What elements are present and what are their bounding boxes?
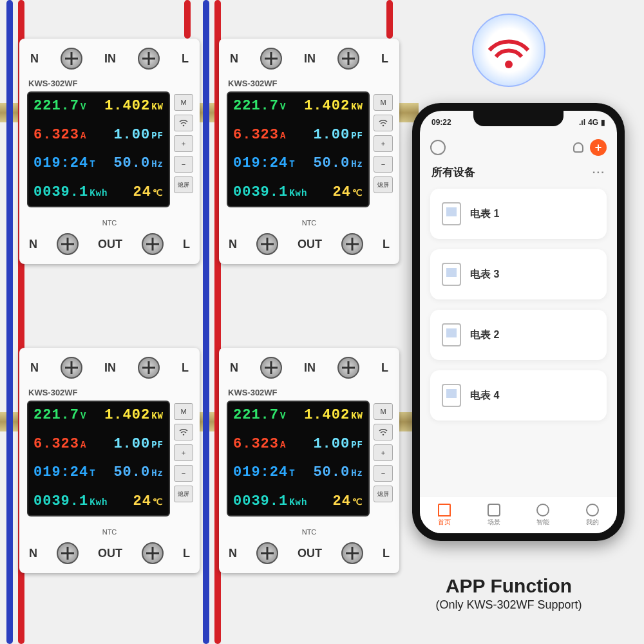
terminal-l: L	[383, 547, 390, 560]
screw-icon	[138, 357, 160, 379]
device-list: 电表 1 电表 3 电表 2 电表 4	[420, 184, 617, 472]
tab-smart[interactable]: 智能	[536, 504, 549, 527]
terminal-l: L	[182, 361, 189, 375]
screw-icon	[337, 48, 359, 70]
terminal-n: N	[230, 52, 238, 66]
tab-bar: 首页 场景 智能 我的	[420, 496, 617, 533]
ntc-label: NTC	[302, 219, 317, 227]
screw-icon	[142, 233, 164, 255]
minus-button[interactable]: −	[174, 465, 193, 482]
device-card[interactable]: 电表 2	[430, 310, 607, 360]
terminal-n: N	[30, 52, 39, 66]
terminal-n: N	[29, 547, 37, 560]
plus-button[interactable]: +	[174, 135, 193, 152]
terminal-l: L	[383, 238, 390, 251]
profile-icon[interactable]	[430, 140, 446, 155]
mode-button[interactable]: M	[174, 403, 193, 420]
mode-button[interactable]: M	[374, 403, 393, 420]
screw-icon	[57, 542, 79, 564]
model-label: KWS-302WF	[28, 79, 78, 88]
screen-off-button[interactable]: 熄屏	[174, 486, 193, 502]
meter-icon	[442, 384, 461, 407]
phone-notch	[473, 111, 564, 126]
screw-icon	[138, 48, 160, 70]
ntc-label: NTC	[102, 219, 117, 227]
screen-off-button[interactable]: 熄屏	[374, 486, 393, 502]
mic-icon[interactable]	[573, 142, 583, 153]
wifi-button[interactable]	[374, 424, 393, 440]
terminal-out: OUT	[298, 238, 322, 251]
lcd-display: 221.7V1.402KW 6.323A1.00PF 019:24T50.0Hz…	[227, 91, 370, 207]
battery-icon: ▮	[601, 118, 605, 127]
svg-point-0	[183, 125, 185, 127]
caption-sub: (Only KWS-302WF Support)	[399, 598, 618, 612]
minus-button[interactable]: −	[374, 465, 393, 482]
mode-button[interactable]: M	[374, 94, 393, 111]
svg-point-1	[383, 125, 384, 127]
screw-icon	[256, 233, 278, 255]
lcd-display: 221.7V1.402KW 6.323A1.00PF 019:24T50.0Hz…	[27, 91, 170, 207]
terminal-n: N	[29, 238, 37, 251]
screen-off-button[interactable]: 熄屏	[174, 176, 193, 193]
carrier-label: 4G	[588, 118, 598, 127]
terminal-l: L	[381, 52, 388, 66]
device-card[interactable]: 电表 3	[430, 249, 607, 299]
screw-icon	[260, 48, 282, 70]
tab-scene[interactable]: 场景	[488, 504, 500, 527]
more-icon[interactable]: ···	[592, 166, 605, 179]
lcd-display: 221.7V1.402KW 6.323A1.00PF 019:24T50.0Hz…	[27, 401, 170, 516]
plus-button[interactable]: +	[374, 135, 393, 152]
meter-device-1: N IN L KWS-302WF 221.7V1.402KW 6.323A1.0…	[19, 39, 200, 264]
meter-icon	[442, 263, 461, 286]
minus-button[interactable]: −	[374, 156, 393, 173]
plus-button[interactable]: +	[174, 444, 193, 461]
screw-icon	[341, 233, 363, 255]
tab-mine[interactable]: 我的	[586, 504, 599, 527]
terminal-n: N	[229, 238, 237, 251]
screw-icon	[142, 542, 164, 564]
terminal-n: N	[229, 547, 237, 560]
add-button[interactable]: +	[590, 139, 607, 156]
ntc-label: NTC	[102, 528, 117, 536]
model-label: KWS-302WF	[228, 388, 278, 397]
minus-button[interactable]: −	[174, 156, 193, 173]
screw-icon	[61, 48, 82, 70]
ntc-label: NTC	[302, 528, 317, 536]
model-label: KWS-302WF	[28, 388, 78, 397]
device-card[interactable]: 电表 4	[430, 370, 607, 421]
caption: APP Function (Only KWS-302WF Support)	[399, 575, 618, 612]
plus-button[interactable]: +	[374, 444, 393, 461]
wifi-button[interactable]	[374, 115, 393, 131]
device-name: 电表 2	[470, 328, 499, 342]
meter-icon	[442, 323, 461, 346]
screw-icon	[61, 357, 82, 379]
screen-off-button[interactable]: 熄屏	[374, 176, 393, 193]
mode-button[interactable]: M	[174, 94, 193, 111]
model-label: KWS-302WF	[228, 79, 278, 88]
wifi-badge-icon	[470, 12, 547, 89]
lcd-display: 221.7V1.402KW 6.323A1.00PF 019:24T50.0Hz…	[227, 401, 370, 516]
svg-point-5	[505, 61, 513, 68]
meter-device-3: N IN L KWS-302WF 221.7V1.402KW 6.323A1.0…	[19, 348, 200, 573]
device-name: 电表 1	[470, 207, 499, 221]
terminal-out: OUT	[298, 547, 322, 560]
terminal-l: L	[183, 238, 190, 251]
svg-point-3	[383, 434, 384, 436]
status-time: 09:22	[431, 118, 451, 127]
meter-device-2: N IN L KWS-302WF 221.7V1.402KW 6.323A1.0…	[219, 39, 399, 264]
wifi-button[interactable]	[174, 424, 193, 440]
tab-home[interactable]: 首页	[438, 504, 451, 527]
terminal-out: OUT	[98, 547, 122, 560]
svg-point-2	[183, 434, 185, 436]
device-card[interactable]: 电表 1	[430, 189, 607, 239]
device-name: 电表 4	[470, 389, 499, 402]
section-title: 所有设备	[431, 165, 475, 180]
terminal-out: OUT	[98, 238, 122, 251]
terminal-in: IN	[304, 361, 316, 375]
signal-icon: .ıl	[579, 118, 585, 127]
phone-screen: 09:22 .ıl 4G ▮ + 所有设备 ··· 电表 1	[420, 111, 617, 533]
terminal-in: IN	[104, 361, 116, 375]
device-name: 电表 3	[470, 268, 499, 281]
meter-device-4: N IN L KWS-302WF 221.7V1.402KW 6.323A1.0…	[219, 348, 399, 573]
wifi-button[interactable]	[174, 115, 193, 131]
